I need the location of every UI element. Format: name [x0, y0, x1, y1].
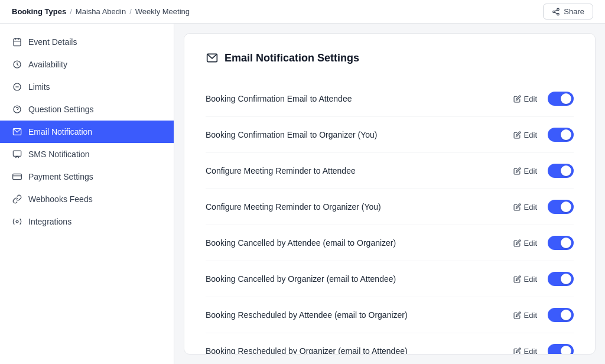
- sidebar-item-sms-notification[interactable]: SMS Notification: [0, 143, 174, 165]
- toggle-booking-confirmation-attendee[interactable]: [548, 92, 574, 106]
- question-icon: [12, 104, 22, 115]
- row-actions-meeting-reminder-attendee: Edit: [513, 164, 574, 178]
- notification-label-rescheduled-by-organizer: Booking Rescheduled by Organizer (email …: [206, 346, 408, 355]
- edit-icon: [513, 203, 521, 211]
- row-actions-rescheduled-by-organizer: Edit: [513, 344, 574, 355]
- svg-rect-15: [13, 151, 21, 156]
- calendar-icon: [12, 37, 22, 47]
- notification-row-meeting-reminder-attendee: Configure Meeting Reminder to Attendee E…: [206, 153, 574, 189]
- section-email-icon: [206, 51, 219, 64]
- sidebar-item-integrations[interactable]: Integrations: [0, 210, 174, 233]
- edit-button-rescheduled-by-organizer[interactable]: Edit: [513, 347, 537, 355]
- section-title: Email Notification Settings: [206, 51, 574, 64]
- section-title-text: Email Notification Settings: [225, 52, 359, 64]
- edit-icon: [513, 311, 521, 319]
- svg-point-12: [14, 106, 21, 113]
- sidebar-label-availability: Availability: [28, 60, 67, 69]
- limit-icon: [12, 82, 22, 92]
- edit-icon: [513, 167, 521, 175]
- edit-button-booking-confirmation-attendee[interactable]: Edit: [513, 95, 537, 103]
- notification-row-cancelled-by-organizer: Booking Cancelled by Organizer (email to…: [206, 261, 574, 297]
- main-content: Email Notification Settings Booking Conf…: [184, 33, 596, 355]
- clock-icon: [12, 59, 22, 70]
- sidebar-item-event-details[interactable]: Event Details: [0, 31, 174, 53]
- toggle-booking-confirmation-organizer[interactable]: [548, 128, 574, 142]
- notification-label-meeting-reminder-organizer: Configure Meeting Reminder to Organizer …: [206, 202, 381, 212]
- sidebar-item-payment-settings[interactable]: Payment Settings: [0, 165, 174, 188]
- notification-label-booking-confirmation-organizer: Booking Confirmation Email to Organizer …: [206, 130, 378, 139]
- breadcrumb-level1[interactable]: Maisha Abedin: [76, 7, 126, 16]
- row-actions-meeting-reminder-organizer: Edit: [513, 200, 574, 214]
- notification-row-rescheduled-by-organizer: Booking Rescheduled by Organizer (email …: [206, 333, 574, 355]
- breadcrumb-root[interactable]: Booking Types: [12, 7, 66, 16]
- main-layout: Event Details Availability Limits: [0, 24, 605, 364]
- toggle-rescheduled-by-organizer[interactable]: [548, 344, 574, 355]
- sidebar-label-payment-settings: Payment Settings: [28, 172, 93, 181]
- toggle-meeting-reminder-organizer[interactable]: [548, 200, 574, 214]
- notification-label-rescheduled-by-attendee: Booking Rescheduled by Attendee (email t…: [206, 310, 408, 320]
- edit-icon: [513, 275, 521, 283]
- notification-row-booking-confirmation-attendee: Booking Confirmation Email to Attendee E…: [206, 81, 574, 117]
- webhook-icon: [12, 194, 22, 204]
- row-actions-booking-confirmation-organizer: Edit: [513, 128, 574, 142]
- svg-point-18: [16, 220, 18, 223]
- share-label: Share: [564, 7, 584, 16]
- edit-button-rescheduled-by-attendee[interactable]: Edit: [513, 311, 537, 320]
- edit-button-meeting-reminder-attendee[interactable]: Edit: [513, 167, 537, 176]
- row-actions-booking-confirmation-attendee: Edit: [513, 92, 574, 106]
- sidebar-item-webhooks-feeds[interactable]: Webhooks Feeds: [0, 188, 174, 210]
- notification-label-cancelled-by-organizer: Booking Cancelled by Organizer (email to…: [206, 274, 396, 284]
- sms-icon: [12, 149, 22, 160]
- breadcrumb-sep2: /: [129, 7, 132, 16]
- sidebar-label-question-settings: Question Settings: [28, 105, 94, 114]
- notification-rows-container: Booking Confirmation Email to Attendee E…: [206, 81, 574, 355]
- payment-icon: [12, 171, 22, 182]
- breadcrumb-level2[interactable]: Weekly Meeting: [135, 7, 190, 16]
- edit-button-booking-confirmation-organizer[interactable]: Edit: [513, 131, 537, 139]
- notification-row-cancelled-by-attendee: Booking Cancelled by Attendee (email to …: [206, 225, 574, 261]
- sidebar-label-limits: Limits: [28, 82, 50, 92]
- edit-icon: [513, 239, 521, 247]
- email-icon: [12, 126, 22, 137]
- breadcrumb-sep1: /: [70, 7, 72, 16]
- sidebar-label-event-details: Event Details: [28, 37, 77, 47]
- row-actions-rescheduled-by-attendee: Edit: [513, 308, 574, 322]
- sidebar-item-email-notification[interactable]: Email Notification: [0, 121, 174, 143]
- edit-icon: [513, 95, 521, 103]
- share-icon: [552, 8, 560, 16]
- edit-icon: [513, 131, 521, 139]
- edit-icon: [513, 347, 521, 355]
- sidebar-label-sms-notification: SMS Notification: [28, 150, 89, 159]
- notification-row-rescheduled-by-attendee: Booking Rescheduled by Attendee (email t…: [206, 297, 574, 333]
- notification-label-booking-confirmation-attendee: Booking Confirmation Email to Attendee: [206, 94, 352, 103]
- notification-row-meeting-reminder-organizer: Configure Meeting Reminder to Organizer …: [206, 189, 574, 225]
- edit-button-cancelled-by-attendee[interactable]: Edit: [513, 239, 537, 248]
- share-button[interactable]: Share: [543, 4, 593, 20]
- toggle-meeting-reminder-attendee[interactable]: [548, 164, 574, 178]
- toggle-rescheduled-by-attendee[interactable]: [548, 308, 574, 322]
- edit-button-meeting-reminder-organizer[interactable]: Edit: [513, 203, 537, 212]
- sidebar-item-availability[interactable]: Availability: [0, 53, 174, 76]
- edit-button-cancelled-by-organizer[interactable]: Edit: [513, 275, 537, 284]
- notification-label-meeting-reminder-attendee: Configure Meeting Reminder to Attendee: [206, 166, 356, 176]
- sidebar-label-email-notification: Email Notification: [28, 127, 92, 136]
- breadcrumb: Booking Types / Maisha Abedin / Weekly M…: [12, 7, 190, 16]
- row-actions-cancelled-by-attendee: Edit: [513, 236, 574, 250]
- sidebar-item-question-settings[interactable]: Question Settings: [0, 98, 174, 121]
- toggle-cancelled-by-organizer[interactable]: [548, 272, 574, 286]
- svg-rect-16: [13, 174, 22, 179]
- notification-row-booking-confirmation-organizer: Booking Confirmation Email to Organizer …: [206, 117, 574, 153]
- notification-label-cancelled-by-attendee: Booking Cancelled by Attendee (email to …: [206, 238, 396, 248]
- integration-icon: [12, 216, 22, 227]
- sidebar: Event Details Availability Limits: [0, 24, 174, 364]
- row-actions-cancelled-by-organizer: Edit: [513, 272, 574, 286]
- topbar: Booking Types / Maisha Abedin / Weekly M…: [0, 0, 605, 24]
- svg-line-3: [555, 12, 557, 13]
- toggle-cancelled-by-attendee[interactable]: [548, 236, 574, 250]
- sidebar-label-integrations: Integrations: [28, 217, 71, 226]
- svg-rect-5: [14, 39, 21, 46]
- svg-line-4: [555, 9, 557, 11]
- sidebar-label-webhooks-feeds: Webhooks Feeds: [28, 194, 93, 204]
- sidebar-item-limits[interactable]: Limits: [0, 76, 174, 98]
